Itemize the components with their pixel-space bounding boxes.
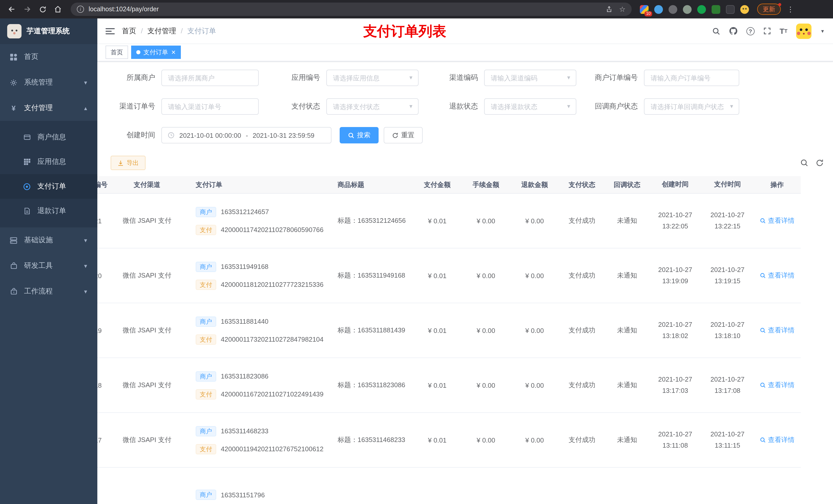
sidebar-item-payment[interactable]: ¥ 支付管理 ▲ [0,95,97,121]
sidebar-item-label: 应用信息 [38,157,66,166]
breadcrumb-separator: / [181,26,183,35]
fee-amount: ¥ 0.00 [461,378,510,392]
bookmark-star-icon[interactable]: ☆ [619,5,625,13]
channel-pay-no: 4200001194202110276752100612 [221,445,324,453]
browser-home-icon[interactable] [51,3,65,16]
browser-chrome: i localhost:1024/pay/order ☆ 10 更新 ⋮ [0,0,833,19]
sidebar-item-label: 商户信息 [38,133,66,142]
github-icon[interactable] [729,27,738,35]
browser-update-button[interactable]: 更新 [757,4,781,15]
pay-time: 2021-10-27 13:17:08 [701,371,754,400]
avatar-caret-icon[interactable]: ▼ [820,28,825,33]
pay-status-select[interactable] [326,98,419,115]
profile-emoji-icon[interactable] [740,5,749,14]
extension-green-square-icon[interactable] [712,5,720,14]
notify-status [605,492,649,498]
help-icon[interactable]: ? [746,27,755,35]
extension-green-circle-icon[interactable] [697,5,706,14]
view-detail-link[interactable]: 查看详情 [760,435,794,445]
app-logo[interactable]: 芋道管理系统 [0,19,97,44]
filter-label: 商户订单编号 [576,73,644,82]
fullscreen-icon[interactable] [763,27,771,35]
font-size-icon[interactable]: TT [780,27,788,35]
breadcrumb-home[interactable]: 首页 [122,26,136,35]
tab-pay-order[interactable]: 支付订单 ✕ [131,46,181,59]
channel-order-no-input[interactable] [161,98,259,115]
address-bar[interactable]: i localhost:1024/pay/order ☆ [71,3,632,16]
reset-button[interactable]: 重置 [384,127,423,143]
refund-status-select[interactable] [484,98,576,115]
sidebar-item-label: 退款订单 [38,207,66,216]
channel-pay-no: 4200001167202110271022491439 [221,390,324,398]
sidebar-item-home[interactable]: 首页 [0,44,97,70]
extension-puzzle-icon[interactable]: 10 [640,5,648,14]
search-button[interactable]: 搜索 [340,127,379,143]
date-range-picker[interactable]: 2021-10-01 00:00:00 - 2021-10-31 23:59:5… [161,127,331,143]
product-title [314,492,413,498]
navbar-actions: ? TT ▼ [712,23,825,39]
notify-status-select[interactable] [644,98,739,115]
table-row: 21 微信 JSAPI 支付 商户1635312124657 支付4200001… [97,194,801,248]
tab-label: 支付订单 [143,48,168,56]
extension-dark-icon[interactable] [726,5,735,14]
pay-channel: 微信 JSAPI 支付 [119,323,175,338]
browser-reload-icon[interactable] [36,3,49,16]
notify-status: 未通知 [605,432,649,448]
order-id: 20 [97,269,119,283]
product-title: 标题：1635312124656 [314,213,413,229]
sidebar-item-devtools[interactable]: 研发工具 ▼ [0,253,97,279]
sidebar-item-pay-order[interactable]: 支付订单 [0,174,97,199]
filter-label: 渠道编码 [419,73,484,82]
site-info-icon[interactable]: i [77,6,84,13]
fee-amount: ¥ 0.00 [461,323,510,337]
pay-order-cell: 商户163531151796 [175,486,314,503]
export-button[interactable]: 导出 [111,156,145,170]
sidebar-item-infra[interactable]: 基础设施 ▼ [0,227,97,253]
extension-gray-icon[interactable] [669,5,677,14]
sidebar-item-merchant-info[interactable]: 商户信息 [0,125,97,149]
view-detail-label: 查看详情 [768,271,794,280]
browser-back-icon[interactable] [5,3,19,16]
export-button-label: 导出 [126,159,139,167]
merchant-order-no-input[interactable] [644,70,739,86]
page-content: 所属商户 应用编号 ▼ 渠道编码 ▼ 商户订单编号 [97,62,833,504]
product-title: 标题：1635311823086 [314,378,413,393]
view-detail-link[interactable]: 查看详情 [760,381,794,390]
sidebar-item-workflow[interactable]: 工作流程 ▼ [0,279,97,304]
browser-menu-icon[interactable]: ⋮ [787,5,794,13]
sidebar-item-refund-order[interactable]: 退款订单 [0,199,97,223]
date-end[interactable]: 2021-10-31 23:59:59 [253,131,314,139]
filter-label: 创建时间 [102,130,161,140]
toggle-search-icon[interactable] [800,159,808,167]
view-detail-link[interactable]: 查看详情 [760,216,794,225]
sidebar-item-app-info[interactable]: 应用信息 [0,149,97,174]
extension-drop-icon[interactable] [654,5,663,14]
pay-amount: ¥ 0.01 [413,269,461,283]
search-icon[interactable] [712,27,720,35]
extension-circle-icon[interactable] [683,5,692,14]
pay-tag: 支付 [196,224,216,235]
close-icon[interactable]: ✕ [171,49,176,55]
date-start[interactable]: 2021-10-01 00:00:00 [179,131,241,139]
share-icon[interactable] [606,6,613,13]
notify-status: 未通知 [605,378,649,393]
table-row: 商户163531151796 [97,467,801,504]
filter-label: 回调商户状态 [576,102,644,111]
refresh-icon[interactable] [815,159,824,167]
avatar[interactable] [796,23,811,39]
view-detail-link[interactable]: 查看详情 [760,271,794,280]
merchant-select[interactable] [161,70,259,86]
channel-code-select[interactable] [484,70,576,86]
fee-amount: ¥ 0.00 [461,269,510,283]
view-detail-link[interactable]: 查看详情 [760,326,794,335]
tab-home[interactable]: 首页 [105,46,128,59]
hamburger-icon[interactable] [105,27,115,35]
refund-amount: ¥ 0.00 [510,378,559,392]
browser-forward-icon[interactable] [21,3,34,16]
merchant-order-no: 1635311881440 [221,317,268,325]
pay-order-cell: 商户1635311949168 支付4200001181202110277723… [175,258,314,293]
sidebar-item-system[interactable]: 系统管理 ▼ [0,70,97,95]
clock-icon [168,131,175,139]
app-select[interactable] [326,70,419,86]
breadcrumb-payment[interactable]: 支付管理 [147,26,176,35]
